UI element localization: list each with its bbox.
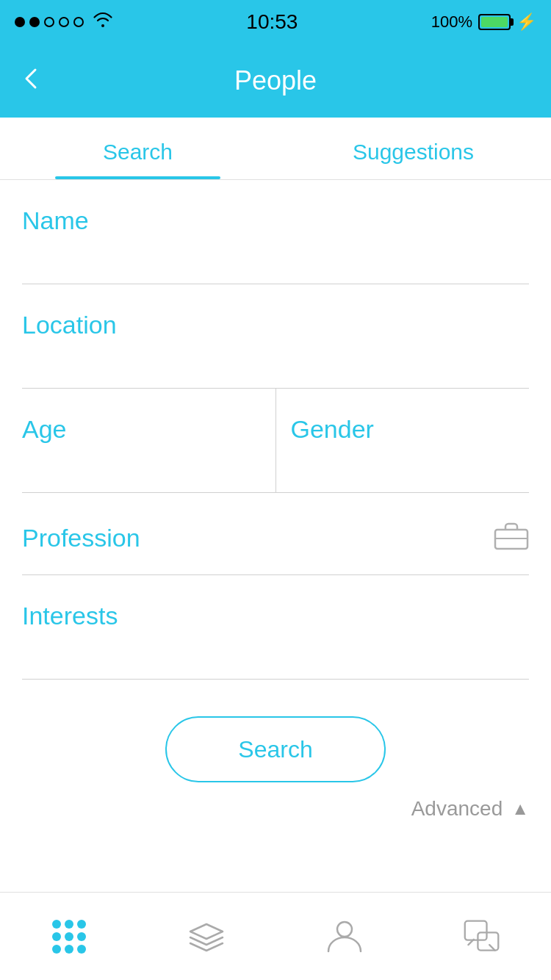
chevron-up-icon: ▲: [511, 799, 529, 819]
interests-field: Interests: [22, 575, 529, 680]
layers-icon: [187, 918, 226, 956]
battery-percent: 100%: [431, 12, 472, 32]
grid-icon: [52, 920, 86, 954]
bottom-tab-layers[interactable]: [138, 918, 276, 956]
age-label: Age: [22, 415, 261, 444]
signal-dot-5: [73, 17, 84, 27]
location-input[interactable]: [22, 345, 529, 370]
bottom-tab-grid[interactable]: [0, 920, 138, 954]
battery-area: 100% ⚡: [431, 12, 536, 32]
bottom-tab-chat[interactable]: [414, 918, 552, 956]
battery-box: [478, 14, 511, 30]
signal-area: [15, 12, 113, 32]
signal-dot-3: [44, 17, 54, 27]
search-form: Name Location Age Gender Profession: [0, 180, 551, 680]
name-field: Name: [22, 180, 529, 284]
search-button[interactable]: Search: [165, 716, 386, 782]
lightning-icon: ⚡: [516, 12, 536, 32]
advanced-row: Advanced ▲: [22, 782, 529, 821]
tabs-container: Search Suggestions: [0, 118, 551, 180]
chat-icon: [463, 918, 501, 956]
status-time: 10:53: [246, 10, 298, 34]
battery-container: [478, 14, 511, 30]
person-icon: [325, 918, 364, 956]
status-bar: 10:53 100% ⚡: [0, 0, 551, 44]
gender-label: Gender: [291, 415, 530, 444]
profession-field: Profession: [22, 493, 529, 575]
age-field: Age: [22, 389, 276, 492]
svg-point-2: [337, 922, 352, 937]
tab-search[interactable]: Search: [0, 118, 276, 179]
interests-label: Interests: [22, 602, 529, 630]
age-gender-row: Age Gender: [22, 389, 529, 493]
page-title: People: [234, 65, 317, 96]
age-input[interactable]: [22, 450, 261, 475]
interests-input[interactable]: [22, 636, 529, 661]
back-button[interactable]: [18, 65, 44, 96]
profession-label: Profession: [22, 524, 140, 552]
bottom-tab-person[interactable]: [276, 918, 414, 956]
signal-dot-2: [29, 17, 40, 27]
signal-dot-4: [59, 17, 69, 27]
nav-bar: People: [0, 44, 551, 118]
wifi-icon: [93, 12, 113, 32]
svg-rect-3: [465, 920, 487, 940]
tab-suggestions[interactable]: Suggestions: [276, 118, 551, 179]
location-field: Location: [22, 284, 529, 389]
search-btn-container: Search Advanced ▲: [0, 680, 551, 835]
signal-dot-1: [15, 17, 25, 27]
battery-fill: [481, 17, 508, 27]
bottom-tab-bar: [0, 892, 551, 980]
svg-rect-4: [478, 932, 499, 950]
advanced-label: Advanced: [411, 797, 503, 821]
gender-input[interactable]: [291, 450, 530, 475]
name-label: Name: [22, 206, 529, 235]
location-label: Location: [22, 311, 529, 339]
briefcase-icon: [494, 519, 529, 557]
gender-field: Gender: [276, 389, 530, 492]
name-input[interactable]: [22, 241, 529, 266]
